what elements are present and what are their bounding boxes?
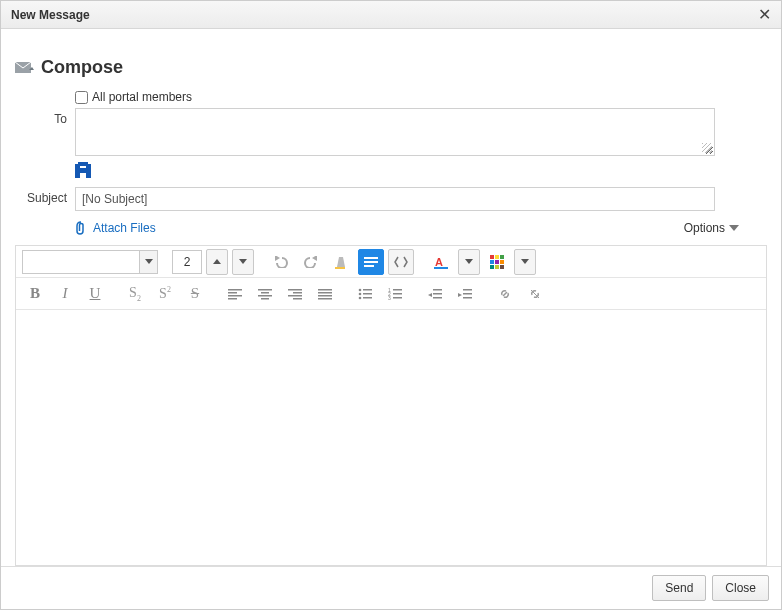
bold-button[interactable]: B [22,281,48,307]
strikethrough-button[interactable]: S [182,281,208,307]
dialog-title: New Message [11,8,758,22]
redo-button[interactable] [298,249,324,275]
svg-rect-47 [393,297,402,299]
all-portal-members-row: All portal members [15,90,767,104]
design-mode-button[interactable] [358,249,384,275]
svg-rect-21 [228,292,237,294]
highlight-button[interactable] [328,249,354,275]
font-family-select[interactable] [22,250,158,274]
svg-rect-23 [228,298,237,300]
svg-marker-9 [275,256,280,261]
font-color-dropdown[interactable] [458,249,480,275]
new-message-dialog: New Message ✕ Compose All portal members… [0,0,782,610]
svg-rect-14 [364,261,378,263]
align-center-button[interactable] [252,281,278,307]
svg-rect-24 [258,289,272,291]
svg-rect-33 [318,292,332,294]
dialog-content: Compose All portal members To Subject [1,29,781,566]
underline-button[interactable]: U [82,281,108,307]
svg-rect-41 [363,297,372,299]
background-color-dropdown[interactable] [514,249,536,275]
send-button[interactable]: Send [652,575,706,601]
editor-toolbar-row-1: 2 A [16,246,766,278]
svg-rect-49 [433,293,442,295]
to-row: To [15,108,767,181]
message-body-editor[interactable] [16,310,766,565]
subscript-button[interactable]: S2 [122,281,148,307]
svg-marker-19 [521,259,529,264]
svg-rect-54 [463,297,472,299]
close-button[interactable]: Close [712,575,769,601]
align-right-button[interactable] [282,281,308,307]
dialog-titlebar: New Message ✕ [1,1,781,29]
svg-rect-15 [364,265,374,267]
html-mode-button[interactable] [388,249,414,275]
bullet-list-button[interactable] [352,281,378,307]
link-button[interactable] [492,281,518,307]
svg-rect-26 [258,295,272,297]
svg-point-38 [359,292,362,295]
numbered-list-button[interactable]: 123 [382,281,408,307]
subject-row: Subject [15,187,767,211]
svg-rect-25 [261,292,269,294]
svg-rect-4 [78,162,88,166]
font-size-up-button[interactable] [206,249,228,275]
svg-rect-32 [318,289,332,291]
svg-rect-52 [463,289,472,291]
recipient-picker-icon[interactable] [75,162,93,181]
chevron-down-icon [139,251,157,273]
svg-rect-20 [228,289,242,291]
svg-rect-22 [228,295,242,297]
svg-rect-37 [363,289,372,291]
unlink-button[interactable] [522,281,548,307]
italic-button[interactable]: I [52,281,78,307]
to-label: To [15,108,75,126]
compose-heading: Compose [15,57,767,78]
svg-marker-10 [312,256,317,261]
svg-marker-5 [729,225,739,231]
chevron-down-icon [729,225,739,231]
compose-heading-text: Compose [41,57,123,78]
close-icon[interactable]: ✕ [758,7,771,23]
font-size-input[interactable]: 2 [172,250,202,274]
undo-button[interactable] [268,249,294,275]
svg-rect-48 [433,289,442,291]
svg-rect-45 [393,293,402,295]
to-input[interactable] [75,108,715,156]
svg-marker-6 [145,259,153,264]
outdent-button[interactable] [422,281,448,307]
editor-toolbar-row-2: B I U S2 S2 S 123 [16,278,766,310]
indent-button[interactable] [452,281,478,307]
svg-rect-3 [75,168,91,173]
all-portal-members-label: All portal members [92,90,192,104]
svg-rect-53 [463,293,472,295]
dialog-footer: Send Close [1,566,781,609]
svg-rect-17 [434,267,448,269]
align-justify-button[interactable] [312,281,338,307]
svg-rect-12 [335,267,345,269]
superscript-button[interactable]: S2 [152,281,178,307]
svg-marker-11 [337,257,345,267]
svg-rect-28 [288,289,302,291]
svg-rect-34 [318,295,332,297]
svg-rect-27 [261,298,269,300]
rich-text-editor: 2 A B I U S2 [15,245,767,566]
svg-rect-39 [363,293,372,295]
svg-point-40 [359,296,362,299]
all-portal-members-checkbox[interactable] [75,91,88,104]
svg-rect-50 [433,297,442,299]
align-left-button[interactable] [222,281,248,307]
options-label: Options [684,221,725,235]
font-color-button[interactable]: A [428,249,454,275]
svg-rect-43 [393,289,402,291]
svg-marker-55 [458,293,462,297]
font-size-down-button[interactable] [232,249,254,275]
svg-rect-29 [293,292,302,294]
svg-rect-13 [364,257,378,259]
svg-marker-51 [428,293,432,297]
options-link[interactable]: Options [684,221,739,235]
options-row: Options [15,221,767,235]
background-color-button[interactable] [484,249,510,275]
svg-marker-18 [465,259,473,264]
subject-input[interactable] [75,187,715,211]
